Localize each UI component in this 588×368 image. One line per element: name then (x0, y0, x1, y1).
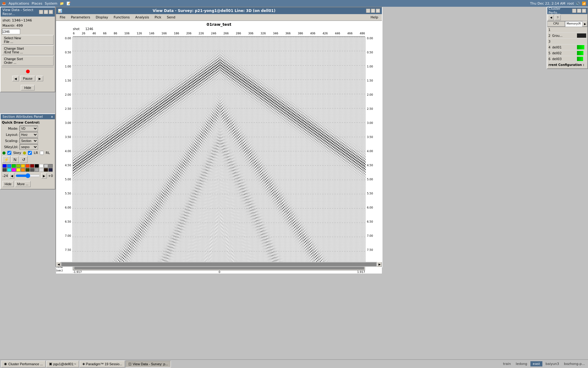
rl-checkbox[interactable] (40, 151, 44, 155)
swatch-green[interactable] (12, 164, 16, 168)
change-start-end-button[interactable]: Change Start /End Time ... (2, 45, 54, 55)
swatch-4[interactable] (35, 168, 39, 172)
next-btn[interactable]: ▶ (36, 76, 43, 81)
icon-btn-1[interactable]: ⚡ (2, 156, 10, 163)
layout-select[interactable]: HorzVert (20, 132, 38, 137)
taskbar-cluster[interactable]: ◉ Cluster Performance ... (1, 361, 46, 367)
shot-input[interactable] (2, 29, 20, 34)
prev-btn[interactable]: ◀ (12, 76, 19, 81)
taskbar-top-right: Thu Dec 22, 2:14 AM root 🔊 📶 (530, 2, 586, 6)
swatch-yellow[interactable] (21, 164, 25, 168)
scroll-left-btn[interactable]: ◀ (56, 262, 61, 267)
swatch-2[interactable] (25, 168, 30, 172)
taskbar-viewdata[interactable]: ◫ View Data - Survey: p... (126, 361, 171, 367)
menu-help[interactable]: Help (368, 15, 381, 20)
swatch-red[interactable] (25, 164, 30, 168)
main-window-titlebar: 📊 View Data - Survey: p21-yong1@dell01 L… (56, 7, 382, 14)
cluster-toolbar-btn2[interactable]: ? (555, 15, 561, 20)
scroll-mid-label: 0 (219, 270, 221, 274)
x-axis-top: 626466686 106126146166186 20622624626628… (73, 31, 365, 37)
user-label: root (567, 2, 574, 6)
close-left-btn[interactable]: × (49, 10, 53, 14)
swatch-orange[interactable] (21, 168, 25, 172)
scroll-right-label: 1.917 (357, 270, 365, 274)
select-new-file-button[interactable]: Select New File ... (2, 35, 54, 45)
places-menu[interactable]: Places (32, 2, 42, 6)
menu-send[interactable]: Send (164, 15, 178, 20)
section-hide-btn[interactable]: Hide (2, 181, 14, 187)
swatch-magenta[interactable] (12, 168, 16, 172)
shot-input-row (2, 29, 54, 34)
swatch-5[interactable] (39, 168, 43, 172)
menu-display[interactable]: Display (93, 15, 111, 20)
scaling-select[interactable]: SectionTrace (20, 138, 38, 144)
swatch-black[interactable] (35, 164, 39, 168)
swatch-light-gray[interactable] (44, 164, 48, 168)
pause-btn[interactable]: Pause (20, 76, 35, 81)
select-record-panel: View Data - Select Recor... _ □ × shot: … (0, 7, 55, 92)
swatch-bright-yellow[interactable] (16, 168, 21, 172)
main-maximize-btn[interactable]: □ (371, 9, 375, 13)
swatch-6[interactable] (44, 168, 48, 172)
cluster-toolbar-btn1[interactable]: ◀ (548, 15, 554, 20)
main-close-btn[interactable]: × (376, 9, 380, 13)
skey-color-dot (2, 151, 6, 155)
section-panel-close[interactable]: x (51, 115, 53, 119)
skeylbl-select[interactable]: seqnocdp (20, 144, 38, 150)
swatch-3[interactable] (30, 168, 34, 172)
icon-btn-3[interactable]: ↺ (20, 156, 28, 163)
minimize-left-btn[interactable]: _ (39, 10, 43, 14)
slider-left-btn[interactable]: ◀ (9, 173, 14, 178)
menu-functions[interactable]: Functions (111, 15, 132, 20)
bottom-scrollbar[interactable]: ◀ ▶ (56, 262, 382, 267)
transport-area (2, 68, 54, 75)
swatch-cyan[interactable] (7, 168, 11, 172)
rl-label: RL (46, 151, 50, 155)
swatch-dark-gray[interactable] (2, 168, 7, 172)
taskbar-icon1: 📁 (60, 2, 64, 6)
hide-button-top[interactable]: Hide (21, 85, 35, 90)
cluster-minimize[interactable]: _ (572, 9, 576, 13)
menu-analysis[interactable]: Analysis (133, 15, 151, 20)
swatch-7[interactable] (48, 168, 53, 172)
change-sort-order-button[interactable]: Change Sort Order ... (2, 56, 54, 66)
swatch-light-blue[interactable] (7, 164, 11, 168)
mode-select[interactable]: VDWAVA (20, 126, 38, 131)
tab-more-btn[interactable]: ▶ (582, 21, 587, 27)
slider-row: -24 ◀ ▶ +0 (1, 172, 55, 179)
taskbar-terminal[interactable]: ▣ pgu1@dell01:~ (46, 361, 79, 367)
cluster-item-1: 1 (547, 27, 587, 33)
apps-menu[interactable]: Applications (9, 2, 29, 6)
icon-btn-2[interactable]: N (11, 156, 19, 163)
system-menu[interactable]: System (45, 2, 57, 6)
swatch-yellow-green[interactable] (16, 164, 21, 168)
taskbar-paradigm[interactable]: ◈ Paradigm™ 19 Sessio... (80, 361, 125, 367)
menu-file[interactable]: File (57, 15, 68, 20)
plot-title: 01raw_test (56, 21, 382, 27)
lr-checkbox[interactable] (28, 151, 32, 155)
taskbar-cluster-icon: ◉ (4, 362, 7, 366)
swatch-blue[interactable] (2, 164, 7, 168)
cluster-maximize[interactable]: □ (577, 9, 581, 13)
cluster-close[interactable]: × (582, 9, 586, 13)
tab-memory[interactable]: Memory(R (565, 21, 583, 27)
maximize-left-btn[interactable]: □ (44, 10, 48, 14)
scroll-right-btn[interactable]: ▶ (377, 262, 382, 267)
skey-checkbox[interactable] (7, 151, 11, 155)
select-record-title: View Data - Select Recor... (2, 8, 39, 16)
main-minimize-btn[interactable]: _ (366, 9, 370, 13)
swatch-dark-red[interactable] (30, 164, 34, 168)
swatch-white[interactable] (39, 164, 43, 168)
bar-2 (577, 33, 586, 38)
section-more-btn[interactable]: More ... (15, 181, 31, 187)
main-window-title: View Data - Survey: p21-yong1@dell01 Lin… (62, 9, 366, 13)
select-record-content: shot: 1346~1346 Maxntr: 499 Select New F… (1, 17, 55, 84)
slider-right-btn[interactable]: ▶ (41, 173, 47, 178)
menu-parameters[interactable]: Parameters (68, 15, 92, 20)
end-item-bozhong: bozhong-p... (562, 361, 587, 366)
menu-pick[interactable]: Pick (152, 15, 164, 20)
tab-cpu[interactable]: CPU (547, 21, 565, 27)
taskbar-end-items: train ledong east baiyun3 bozhong-p... (501, 361, 587, 366)
amplitude-slider[interactable] (16, 173, 40, 178)
swatch-gray[interactable] (48, 164, 53, 168)
